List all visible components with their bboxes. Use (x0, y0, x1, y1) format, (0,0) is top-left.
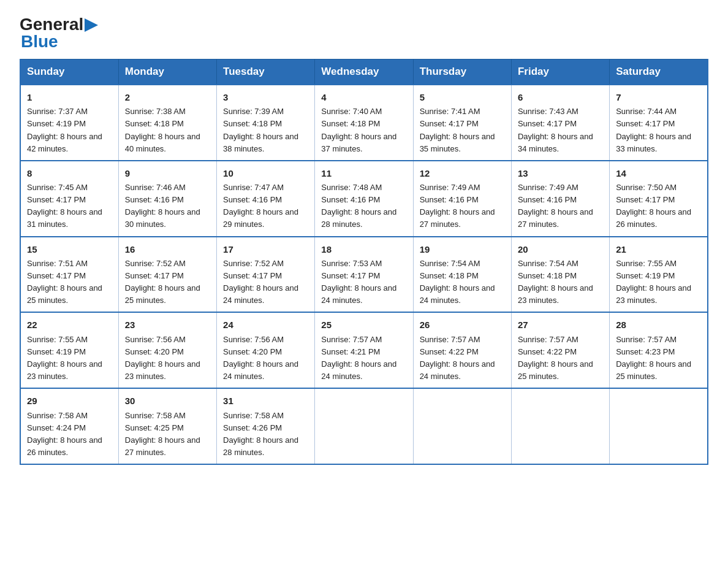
day-info: Sunrise: 7:57 AMSunset: 4:21 PMDaylight:… (321, 334, 406, 383)
day-info: Sunrise: 7:49 AMSunset: 4:16 PMDaylight:… (518, 182, 603, 231)
logo: General Blue (20, 15, 98, 52)
calendar-cell (511, 388, 609, 464)
day-info: Sunrise: 7:50 AMSunset: 4:17 PMDaylight:… (616, 182, 701, 231)
day-number: 29 (27, 394, 112, 408)
calendar-cell: 26Sunrise: 7:57 AMSunset: 4:22 PMDayligh… (413, 312, 511, 388)
day-number: 26 (420, 318, 505, 332)
week-row-3: 15Sunrise: 7:51 AMSunset: 4:17 PMDayligh… (20, 237, 708, 313)
day-header-sunday: Sunday (20, 59, 118, 85)
day-info: Sunrise: 7:54 AMSunset: 4:18 PMDaylight:… (420, 258, 505, 307)
day-info: Sunrise: 7:58 AMSunset: 4:26 PMDaylight:… (223, 410, 308, 459)
day-number: 7 (616, 90, 701, 104)
day-info: Sunrise: 7:37 AMSunset: 4:19 PMDaylight:… (27, 105, 112, 155)
calendar-cell: 3Sunrise: 7:39 AMSunset: 4:18 PMDaylight… (217, 85, 315, 161)
calendar-cell: 15Sunrise: 7:51 AMSunset: 4:17 PMDayligh… (20, 237, 118, 313)
day-number: 11 (321, 166, 406, 180)
calendar-cell: 19Sunrise: 7:54 AMSunset: 4:18 PMDayligh… (413, 237, 511, 313)
day-number: 19 (420, 242, 505, 256)
day-number: 9 (125, 166, 210, 180)
day-number: 31 (223, 394, 308, 408)
calendar-cell: 25Sunrise: 7:57 AMSunset: 4:21 PMDayligh… (315, 312, 413, 388)
day-number: 12 (420, 166, 505, 180)
day-number: 23 (125, 318, 210, 332)
day-number: 30 (125, 394, 210, 408)
day-info: Sunrise: 7:56 AMSunset: 4:20 PMDaylight:… (125, 334, 210, 383)
day-info: Sunrise: 7:57 AMSunset: 4:22 PMDaylight:… (518, 334, 603, 383)
day-info: Sunrise: 7:57 AMSunset: 4:23 PMDaylight:… (616, 334, 701, 383)
calendar-cell: 21Sunrise: 7:55 AMSunset: 4:19 PMDayligh… (610, 237, 708, 313)
day-number: 14 (616, 166, 701, 180)
calendar-cell: 6Sunrise: 7:43 AMSunset: 4:17 PMDaylight… (511, 85, 609, 161)
calendar-cell (610, 388, 708, 464)
day-header-monday: Monday (118, 59, 216, 85)
day-number: 13 (518, 166, 603, 180)
calendar-cell: 11Sunrise: 7:48 AMSunset: 4:16 PMDayligh… (315, 161, 413, 237)
calendar-cell: 13Sunrise: 7:49 AMSunset: 4:16 PMDayligh… (511, 161, 609, 237)
week-row-4: 22Sunrise: 7:55 AMSunset: 4:19 PMDayligh… (20, 312, 708, 388)
day-info: Sunrise: 7:44 AMSunset: 4:17 PMDaylight:… (616, 105, 701, 155)
day-info: Sunrise: 7:56 AMSunset: 4:20 PMDaylight:… (223, 334, 308, 383)
calendar-cell (413, 388, 511, 464)
day-info: Sunrise: 7:45 AMSunset: 4:17 PMDaylight:… (27, 182, 112, 231)
calendar-cell: 31Sunrise: 7:58 AMSunset: 4:26 PMDayligh… (217, 388, 315, 464)
day-number: 18 (321, 242, 406, 256)
day-number: 20 (518, 242, 603, 256)
day-info: Sunrise: 7:48 AMSunset: 4:16 PMDaylight:… (321, 182, 406, 231)
day-header-tuesday: Tuesday (217, 59, 315, 85)
calendar-cell: 1Sunrise: 7:37 AMSunset: 4:19 PMDaylight… (20, 85, 118, 161)
calendar-cell: 2Sunrise: 7:38 AMSunset: 4:18 PMDaylight… (118, 85, 216, 161)
calendar-cell: 5Sunrise: 7:41 AMSunset: 4:17 PMDaylight… (413, 85, 511, 161)
day-info: Sunrise: 7:54 AMSunset: 4:18 PMDaylight:… (518, 258, 603, 307)
day-number: 22 (27, 318, 112, 332)
calendar-cell: 30Sunrise: 7:58 AMSunset: 4:25 PMDayligh… (118, 388, 216, 464)
day-info: Sunrise: 7:57 AMSunset: 4:22 PMDaylight:… (420, 334, 505, 383)
calendar-cell: 23Sunrise: 7:56 AMSunset: 4:20 PMDayligh… (118, 312, 216, 388)
day-info: Sunrise: 7:58 AMSunset: 4:24 PMDaylight:… (27, 410, 112, 459)
logo-arrow-icon (85, 18, 98, 32)
day-info: Sunrise: 7:40 AMSunset: 4:18 PMDaylight:… (321, 105, 406, 155)
day-number: 5 (420, 90, 505, 104)
calendar-cell: 18Sunrise: 7:53 AMSunset: 4:17 PMDayligh… (315, 237, 413, 313)
calendar-cell: 29Sunrise: 7:58 AMSunset: 4:24 PMDayligh… (20, 388, 118, 464)
day-number: 16 (125, 242, 210, 256)
calendar-cell: 20Sunrise: 7:54 AMSunset: 4:18 PMDayligh… (511, 237, 609, 313)
day-info: Sunrise: 7:55 AMSunset: 4:19 PMDaylight:… (27, 334, 112, 383)
day-header-wednesday: Wednesday (315, 59, 413, 85)
day-info: Sunrise: 7:39 AMSunset: 4:18 PMDaylight:… (223, 105, 308, 155)
calendar-cell: 22Sunrise: 7:55 AMSunset: 4:19 PMDayligh… (20, 312, 118, 388)
day-info: Sunrise: 7:49 AMSunset: 4:16 PMDaylight:… (420, 182, 505, 231)
day-header-saturday: Saturday (610, 59, 708, 85)
day-number: 6 (518, 90, 603, 104)
day-info: Sunrise: 7:47 AMSunset: 4:16 PMDaylight:… (223, 182, 308, 231)
day-info: Sunrise: 7:58 AMSunset: 4:25 PMDaylight:… (125, 410, 210, 459)
day-header-friday: Friday (511, 59, 609, 85)
day-info: Sunrise: 7:46 AMSunset: 4:16 PMDaylight:… (125, 182, 210, 231)
day-info: Sunrise: 7:38 AMSunset: 4:18 PMDaylight:… (125, 105, 210, 155)
calendar-cell: 7Sunrise: 7:44 AMSunset: 4:17 PMDaylight… (610, 85, 708, 161)
day-number: 3 (223, 90, 308, 104)
calendar-cell: 9Sunrise: 7:46 AMSunset: 4:16 PMDaylight… (118, 161, 216, 237)
calendar-table: SundayMondayTuesdayWednesdayThursdayFrid… (20, 59, 708, 465)
day-info: Sunrise: 7:52 AMSunset: 4:17 PMDaylight:… (223, 258, 308, 307)
calendar-header-row: SundayMondayTuesdayWednesdayThursdayFrid… (20, 59, 708, 85)
day-info: Sunrise: 7:41 AMSunset: 4:17 PMDaylight:… (420, 105, 505, 155)
calendar-cell: 10Sunrise: 7:47 AMSunset: 4:16 PMDayligh… (217, 161, 315, 237)
calendar-cell: 17Sunrise: 7:52 AMSunset: 4:17 PMDayligh… (217, 237, 315, 313)
week-row-1: 1Sunrise: 7:37 AMSunset: 4:19 PMDaylight… (20, 85, 708, 161)
week-row-2: 8Sunrise: 7:45 AMSunset: 4:17 PMDaylight… (20, 161, 708, 237)
calendar-cell: 4Sunrise: 7:40 AMSunset: 4:18 PMDaylight… (315, 85, 413, 161)
day-number: 25 (321, 318, 406, 332)
page-header: General Blue (20, 15, 708, 52)
svg-marker-0 (85, 18, 98, 32)
day-number: 8 (27, 166, 112, 180)
day-number: 2 (125, 90, 210, 104)
day-number: 24 (223, 318, 308, 332)
day-info: Sunrise: 7:43 AMSunset: 4:17 PMDaylight:… (518, 105, 603, 155)
calendar-cell: 12Sunrise: 7:49 AMSunset: 4:16 PMDayligh… (413, 161, 511, 237)
week-row-5: 29Sunrise: 7:58 AMSunset: 4:24 PMDayligh… (20, 388, 708, 464)
day-number: 21 (616, 242, 701, 256)
calendar-cell (315, 388, 413, 464)
day-number: 27 (518, 318, 603, 332)
day-header-thursday: Thursday (413, 59, 511, 85)
day-info: Sunrise: 7:52 AMSunset: 4:17 PMDaylight:… (125, 258, 210, 307)
